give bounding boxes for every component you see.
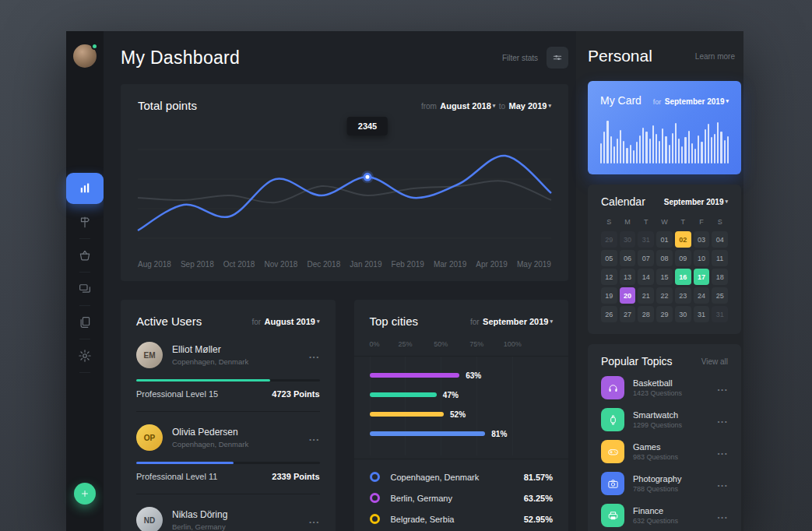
filter-stats-button[interactable]: [547, 47, 568, 69]
activity-bar: [652, 125, 654, 164]
personal-panel: Personal Learn more My Card for Septembe…: [576, 31, 743, 531]
filter-stats-label: Filter stats: [502, 54, 538, 62]
gear-icon: [78, 349, 92, 363]
weekday-label: S: [601, 218, 617, 226]
calendar-day[interactable]: 09: [675, 250, 691, 266]
calendar-day[interactable]: 20: [620, 287, 636, 304]
calendar-day[interactable]: 12: [601, 269, 617, 285]
topic-item[interactable]: Basketball 1423 Questions ...: [601, 376, 728, 399]
calendar-day[interactable]: 16: [675, 269, 691, 285]
calendar-day[interactable]: 17: [694, 269, 710, 285]
top-cities-period-dropdown[interactable]: September 2019▾: [483, 317, 553, 326]
activity-bar: [705, 129, 706, 164]
topic-questions-count: 788 Questions: [633, 485, 717, 493]
calendar-day[interactable]: 31: [712, 306, 728, 322]
sidebar-item-bar-chart[interactable]: [66, 173, 104, 204]
sidebar-item-gear[interactable]: [66, 340, 104, 371]
calendar-day[interactable]: 06: [620, 250, 636, 266]
calendar-day[interactable]: 01: [656, 231, 673, 248]
calendar-day[interactable]: 22: [656, 287, 673, 304]
active-users-card: Active Users for August 2019▾ EM Elliot …: [121, 300, 336, 531]
month-label: Apr 2019: [476, 260, 508, 269]
calendar-day[interactable]: 29: [656, 306, 673, 322]
more-options-button[interactable]: ...: [309, 353, 320, 357]
activity-bar: [727, 136, 729, 164]
sidebar-item-documents[interactable]: [66, 307, 104, 338]
calendar-day[interactable]: 08: [656, 250, 673, 266]
more-options-button[interactable]: ...: [309, 435, 320, 440]
topic-icon-tile: [601, 408, 624, 431]
calendar-day[interactable]: 18: [712, 269, 728, 285]
calendar-day[interactable]: 03: [694, 231, 710, 248]
calendar-period-dropdown[interactable]: September 2019▾: [664, 198, 728, 206]
total-points-card: Total points from August 2018▾ to May 20…: [121, 84, 568, 281]
month-label: May 2019: [517, 260, 551, 269]
sidebar-item-chat[interactable]: [66, 273, 104, 304]
calendar-day[interactable]: 31: [638, 231, 654, 248]
sidebar-item-basket[interactable]: [66, 240, 104, 271]
more-options-button[interactable]: ...: [717, 385, 728, 390]
more-options-button[interactable]: ...: [717, 417, 728, 422]
calendar-day[interactable]: 04: [712, 231, 728, 248]
from-date-dropdown[interactable]: August 2018▾: [440, 101, 495, 111]
month-label: Aug 2018: [138, 260, 171, 269]
topic-questions-count: 983 Questions: [633, 453, 717, 461]
calendar-day[interactable]: 02: [675, 231, 691, 248]
line-chart[interactable]: [138, 146, 551, 240]
calendar-day[interactable]: 05: [601, 250, 617, 266]
to-date-dropdown[interactable]: May 2019▾: [509, 101, 551, 111]
more-options-button[interactable]: ...: [717, 513, 728, 518]
calendar-day[interactable]: 14: [638, 269, 654, 285]
topic-item[interactable]: Finance 632 Questions ...: [601, 504, 728, 527]
filter-icon: [551, 51, 564, 64]
calendar-day[interactable]: 23: [675, 287, 691, 304]
activity-bar: [626, 148, 627, 164]
calendar-day[interactable]: 25: [712, 287, 728, 304]
sidebar-item-signpost[interactable]: [66, 206, 104, 237]
activity-bar: [698, 135, 699, 164]
activity-bar: [642, 128, 644, 164]
more-options-button[interactable]: ...: [309, 518, 320, 522]
calendar-day[interactable]: 29: [601, 231, 617, 248]
calendar-day[interactable]: 31: [694, 306, 710, 322]
axis-tick-label: 100%: [504, 340, 522, 348]
activity-bar: [600, 143, 602, 164]
more-options-button[interactable]: ...: [717, 449, 728, 454]
calendar-day[interactable]: 15: [656, 269, 673, 285]
calendar-day[interactable]: 13: [620, 269, 636, 285]
my-card-bar-chart: [600, 118, 729, 164]
topic-item[interactable]: Smartwatch 1299 Questions ...: [601, 408, 728, 431]
view-all-link[interactable]: View all: [701, 357, 728, 366]
topic-item[interactable]: Games 983 Questions ...: [601, 440, 728, 463]
calendar-day[interactable]: 24: [694, 287, 710, 304]
calendar-day[interactable]: 07: [638, 250, 654, 266]
my-card-period-dropdown[interactable]: September 2019▾: [665, 97, 729, 106]
calendar-day[interactable]: 27: [620, 306, 636, 322]
active-users-period-dropdown[interactable]: August 2019▾: [265, 317, 320, 326]
activity-bar: [610, 136, 612, 164]
chevron-down-icon: ▾: [317, 318, 320, 324]
month-label: Feb 2019: [392, 260, 424, 269]
activity-bar: [617, 139, 618, 164]
finance-icon: [607, 510, 619, 522]
calendar-day[interactable]: 30: [675, 306, 691, 322]
calendar-day[interactable]: 10: [694, 250, 710, 266]
activity-bar: [662, 128, 663, 164]
calendar-day[interactable]: 19: [601, 287, 617, 304]
calendar-day[interactable]: 21: [638, 287, 654, 304]
calendar-day[interactable]: 28: [638, 306, 654, 322]
active-users-title: Active Users: [136, 315, 202, 328]
topic-item[interactable]: Photography 788 Questions ...: [601, 472, 728, 495]
more-options-button[interactable]: ...: [717, 481, 728, 486]
learn-more-link[interactable]: Learn more: [695, 52, 735, 61]
weekday-label: T: [675, 218, 691, 226]
highlight-point[interactable]: [364, 174, 371, 180]
calendar-day[interactable]: 26: [601, 306, 617, 322]
activity-bar: [633, 150, 634, 164]
calendar-day[interactable]: 30: [620, 231, 636, 248]
add-button[interactable]: [74, 483, 96, 505]
bar-value-label: 47%: [443, 391, 459, 399]
calendar-day[interactable]: 11: [712, 250, 728, 266]
avatar: ND: [136, 507, 163, 531]
user-avatar[interactable]: [73, 44, 97, 68]
